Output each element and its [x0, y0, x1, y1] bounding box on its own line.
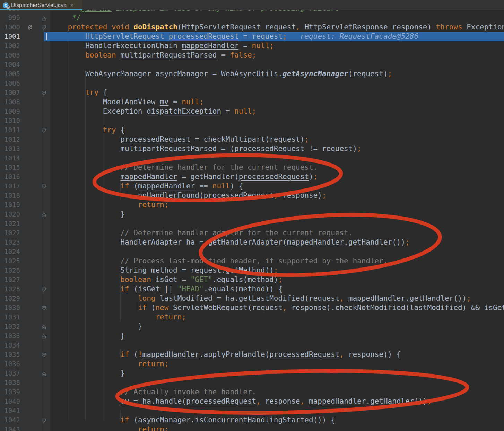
line-number[interactable]: 1024 [0, 247, 20, 256]
line-number[interactable]: 1033 [0, 331, 20, 341]
code-line[interactable]: 1042 if (asyncManager.isConcurrentHandli… [0, 415, 504, 425]
line-number[interactable]: 1023 [0, 238, 20, 247]
code-line[interactable]: 1036 return; [0, 359, 504, 369]
code-line[interactable]: 1007 try { [0, 88, 504, 97]
code-line[interactable]: 1027 boolean isGet = "GET".equals(method… [0, 275, 504, 284]
line-number[interactable]: 1019 [0, 200, 20, 210]
code-line[interactable]: 1043 return; [0, 425, 504, 431]
code-line[interactable]: 1038 [0, 378, 504, 387]
code-line[interactable]: 1017 if (mappedHandler == null) { [0, 182, 504, 191]
line-number[interactable]: 1002 [0, 41, 20, 51]
code-line[interactable]: 1031 return; [0, 313, 504, 322]
line-number[interactable]: 1040 [0, 397, 20, 406]
line-number[interactable]: 1012 [0, 135, 20, 144]
line-number[interactable]: 1009 [0, 107, 20, 116]
code-line[interactable]: 1002 HandlerExecutionChain mappedHandler… [0, 41, 504, 51]
tab-dispatcherservlet[interactable]: C DispatcherServlet.java × [0, 0, 82, 10]
code-line[interactable]: 1013 multipartRequestParsed = (processed… [0, 144, 504, 153]
code-line[interactable]: 1030 if (new ServletWebRequest(request, … [0, 303, 504, 313]
line-number[interactable]: 1003 [0, 51, 20, 60]
line-number[interactable]: 1028 [0, 284, 20, 294]
line-number[interactable]: 1039 [0, 387, 20, 397]
code-line[interactable]: 1012 processedRequest = checkMultipart(r… [0, 135, 504, 144]
code-line[interactable]: 1029 long lastModified = ha.getLastModif… [0, 294, 504, 303]
line-number[interactable]: 1020 [0, 210, 20, 219]
line-number[interactable]: 1041 [0, 406, 20, 415]
code-line[interactable]: 1016 mappedHandler = getHandler(processe… [0, 172, 504, 182]
code-line[interactable]: 1040 mv = ha.handle(processedRequest, re… [0, 397, 504, 406]
code-line[interactable]: 1025 // Process last-modified header, if… [0, 256, 504, 266]
line-number[interactable]: 1026 [0, 266, 20, 275]
code-editor[interactable]: 998 * @throws Exception in case of any k… [0, 10, 504, 431]
code-line[interactable]: 1020 } [0, 210, 504, 219]
code-line[interactable]: 1008 ModelAndView mv = null; [0, 97, 504, 107]
code-line[interactable]: 1006 [0, 79, 504, 88]
line-number[interactable]: 1004 [0, 60, 20, 69]
code-line[interactable]: 1021 [0, 219, 504, 228]
line-number[interactable]: 1038 [0, 378, 20, 387]
code-line[interactable]: 1000@ protected void doDispatch(HttpServ… [0, 23, 504, 32]
fold-region-end-icon[interactable] [42, 334, 46, 338]
line-number[interactable]: 1042 [0, 415, 20, 425]
code-line[interactable]: 1035 if (!mappedHandler.applyPreHandle(p… [0, 350, 504, 359]
code-line[interactable]: 1015 // Determine handler for the curren… [0, 163, 504, 172]
code-line[interactable]: 1009 Exception dispatchException = null; [0, 107, 504, 116]
line-number[interactable]: 1034 [0, 341, 20, 350]
line-number[interactable]: 1018 [0, 191, 20, 200]
line-number[interactable]: 999 [0, 13, 20, 23]
line-number[interactable]: 1010 [0, 116, 20, 125]
code-line[interactable]: 1011 try { [0, 125, 504, 135]
line-number[interactable]: 1036 [0, 359, 20, 369]
line-number[interactable]: 1000 [0, 23, 20, 32]
fold-region-start-icon[interactable] [42, 418, 46, 423]
code-line[interactable]: 1018 noHandlerFound(processedRequest, re… [0, 191, 504, 200]
line-number[interactable]: 1032 [0, 322, 20, 331]
fold-region-start-icon[interactable] [42, 184, 46, 189]
line-number[interactable]: 1022 [0, 228, 20, 238]
code-line[interactable]: 1023 HandlerAdapter ha = getHandlerAdapt… [0, 238, 504, 247]
code-line[interactable]: 1003 boolean multipartRequestParsed = fa… [0, 51, 504, 60]
line-number[interactable]: 1001 [0, 32, 20, 41]
line-number[interactable]: 1021 [0, 219, 20, 228]
code-line[interactable]: 998 * @throws Exception in case of any k… [0, 10, 504, 13]
line-number[interactable]: 1014 [0, 153, 20, 163]
fold-region-end-icon[interactable] [42, 371, 46, 376]
line-number[interactable]: 1043 [0, 425, 20, 431]
line-number[interactable]: 1031 [0, 313, 20, 322]
code-line[interactable]: 1010 [0, 116, 504, 125]
line-number[interactable]: 1025 [0, 256, 20, 266]
fold-region-start-icon[interactable] [42, 306, 46, 310]
code-line[interactable]: 1014 [0, 153, 504, 163]
fold-region-end-icon[interactable] [42, 324, 46, 329]
code-line[interactable]: 1022 // Determine handler adapter for th… [0, 228, 504, 238]
line-number[interactable]: 998 [0, 10, 20, 13]
fold-region-start-icon[interactable] [42, 25, 46, 30]
line-number[interactable]: 1016 [0, 172, 20, 182]
line-number[interactable]: 1015 [0, 163, 20, 172]
code-line[interactable]: 1037 } [0, 369, 504, 378]
code-line[interactable]: 1019 return; [0, 200, 504, 210]
tab-close-icon[interactable]: × [70, 2, 73, 8]
line-number[interactable]: 1017 [0, 182, 20, 191]
code-line[interactable]: 1026 String method = request.getMethod()… [0, 266, 504, 275]
code-line[interactable]: 1028 if (isGet || "HEAD".equals(method))… [0, 284, 504, 294]
code-line[interactable]: 1041 [0, 406, 504, 415]
fold-region-start-icon[interactable] [42, 287, 46, 292]
line-number[interactable]: 1007 [0, 88, 20, 97]
line-number[interactable]: 1037 [0, 369, 20, 378]
line-number[interactable]: 1027 [0, 275, 20, 284]
fold-region-start-icon[interactable] [42, 352, 46, 357]
line-number[interactable]: 1005 [0, 69, 20, 79]
fold-region-end-icon[interactable] [42, 16, 46, 20]
line-number[interactable]: 1029 [0, 294, 20, 303]
code-line[interactable]: 1004 [0, 60, 504, 69]
code-line[interactable]: 999 */ [0, 13, 504, 23]
line-number[interactable]: 1006 [0, 79, 20, 88]
fold-region-end-icon[interactable] [42, 212, 46, 217]
code-line[interactable]: 1033 } [0, 331, 504, 341]
line-number[interactable]: 1013 [0, 144, 20, 153]
code-line[interactable]: 1001 HttpServletRequest processedRequest… [0, 32, 504, 41]
line-number[interactable]: 1008 [0, 97, 20, 107]
code-line[interactable]: 1032 } [0, 322, 504, 331]
line-number[interactable]: 1030 [0, 303, 20, 313]
